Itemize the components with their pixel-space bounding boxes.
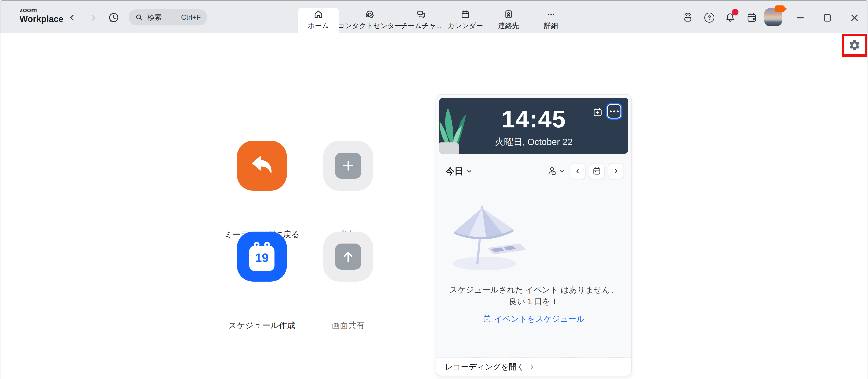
minimize-button[interactable] (794, 12, 806, 24)
today-dropdown[interactable]: 今日 (446, 165, 473, 177)
clock-date: 火曜日, October 22 (439, 136, 628, 148)
search-input[interactable]: 検索 Ctrl+F (129, 9, 207, 25)
open-recordings-row[interactable]: レコーディングを開く (436, 357, 631, 376)
tab-home[interactable]: ホーム (298, 8, 339, 33)
close-icon (850, 13, 859, 23)
maximize-button[interactable] (822, 12, 833, 24)
date-nav-group (569, 163, 624, 179)
chevron-right-icon (529, 364, 535, 370)
empty-line2: 良い 1 日を！ (436, 296, 631, 308)
close-button[interactable] (849, 12, 860, 24)
back-button[interactable] (66, 11, 79, 24)
chat-bubbles-icon (416, 9, 426, 19)
calendar-plus-icon (483, 315, 491, 323)
share-arrow-icon (335, 243, 361, 270)
tab-contact-center[interactable]: コンタクトセンター (338, 8, 402, 33)
app-logo: zoom Workplace (20, 7, 63, 23)
help-button[interactable]: ? (704, 12, 715, 23)
tab-calendar[interactable]: カレンダー (448, 8, 483, 33)
maximize-icon (823, 13, 832, 23)
app-window: zoom Workplace (0, 0, 868, 379)
minimize-icon (796, 13, 805, 23)
headset-icon (365, 9, 375, 19)
home-content: ミーティングに戻る 参加 19 スケジュール作成 画面共有 (0, 33, 868, 379)
today-panel-button[interactable] (746, 12, 757, 23)
chevron-left-icon (68, 13, 76, 22)
logo-zoom: zoom (20, 7, 63, 13)
more-dots-icon (546, 9, 556, 19)
history-button[interactable] (107, 11, 120, 24)
help-icon: ? (704, 12, 714, 23)
tab-more[interactable]: 詳細 (544, 8, 558, 33)
calendar-19-icon: 19 (249, 242, 275, 271)
calendar-icon (460, 9, 470, 19)
search-placeholder: 検索 (147, 12, 162, 22)
history-icon (107, 12, 119, 24)
calendar-day-number: 19 (249, 251, 275, 265)
schedule-panel: 14:45 火曜日, October 22 今日 (436, 94, 632, 376)
annotation-highlight (842, 34, 867, 57)
chevron-down-icon (559, 168, 565, 174)
search-shortcut: Ctrl+F (181, 13, 201, 22)
device-icon (682, 12, 693, 23)
today-label: 今日 (446, 165, 463, 177)
title-bar: zoom Workplace (0, 1, 868, 33)
empty-line1: スケジュールされた イベント はありません。 (436, 284, 631, 296)
tab-contact-center-label: コンタクトセンター (338, 21, 402, 31)
search-icon (135, 13, 143, 21)
panel-toolbar: 今日 (446, 163, 624, 180)
plus-icon (335, 153, 361, 179)
screen-share-button[interactable] (323, 232, 373, 282)
tab-home-label: ホーム (308, 21, 329, 31)
chevron-down-icon (466, 168, 473, 174)
contact-card-icon (503, 9, 514, 19)
open-recordings-label: レコーディングを開く (445, 361, 525, 372)
calendar-panel-icon (746, 12, 757, 23)
beach-umbrella-illustration (436, 203, 631, 272)
tab-contacts[interactable]: 連絡先 (498, 8, 519, 33)
add-event-button[interactable] (593, 107, 602, 117)
schedule-event-label: イベントをスケジュール (494, 314, 585, 324)
chevron-right-icon (89, 13, 98, 22)
schedule-event-link[interactable]: イベントをスケジュール (483, 314, 585, 324)
schedule-button[interactable]: 19 (237, 232, 287, 282)
clock-card: 14:45 火曜日, October 22 (439, 98, 628, 154)
logo-workplace: Workplace (20, 14, 63, 23)
notifications-button[interactable] (724, 12, 736, 23)
home-icon (313, 9, 323, 19)
connect-device-button[interactable] (682, 12, 693, 23)
notification-badge (732, 9, 739, 16)
back-to-meeting-button[interactable] (237, 141, 287, 191)
calendar-filter-dropdown[interactable] (547, 166, 565, 176)
tab-more-label: 詳細 (544, 21, 558, 31)
screen-share-label: 画面共有 (292, 320, 405, 331)
tab-team-chat-label: チームチャ... (401, 21, 442, 31)
settings-gear-button[interactable] (848, 39, 861, 52)
gear-icon (848, 39, 861, 52)
tab-team-chat[interactable]: チームチャ... (401, 8, 442, 33)
join-button[interactable] (323, 141, 373, 191)
next-day-button[interactable] (608, 163, 624, 179)
tab-calendar-label: カレンダー (448, 21, 483, 31)
avatar[interactable] (764, 8, 782, 26)
forward-button[interactable] (87, 11, 100, 24)
tab-contacts-label: 連絡先 (498, 21, 519, 31)
prev-day-button[interactable] (569, 163, 586, 179)
empty-state: スケジュールされた イベント はありません。 良い 1 日を！ イベントをスケジ… (436, 203, 631, 324)
person-badge-icon (547, 166, 557, 176)
goto-today-button[interactable] (589, 163, 605, 179)
card-more-button[interactable] (607, 104, 621, 118)
camera-badge-icon (775, 5, 784, 12)
reply-arrow-icon (249, 153, 275, 178)
bell-icon (724, 12, 736, 23)
